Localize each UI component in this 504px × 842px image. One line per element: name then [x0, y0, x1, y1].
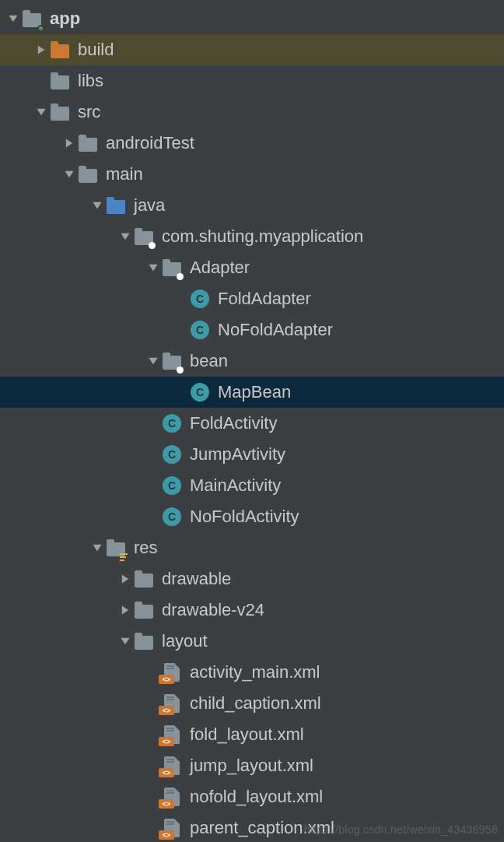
tree-row-layout[interactable]: layout	[0, 626, 504, 657]
tree-row-nofoldactivity[interactable]: CNoFoldActivity	[0, 501, 504, 532]
tree-label: FoldAdapter	[218, 289, 311, 309]
package-folder-icon	[162, 351, 182, 371]
folder-icon	[134, 631, 154, 651]
folder-icon	[134, 569, 154, 589]
tree-row-adapter[interactable]: Adapter	[0, 252, 504, 283]
folder-blue-icon	[106, 195, 126, 216]
chevron-down-icon[interactable]	[33, 107, 50, 118]
folder-icon	[134, 600, 154, 620]
tree-label: activity_main.xml	[190, 662, 320, 682]
tree-row-drawable[interactable]: drawable	[0, 563, 504, 595]
folder-icon	[78, 133, 98, 153]
resources-folder-icon	[106, 538, 126, 558]
tree-row-activity_main[interactable]: <>activity_main.xml	[0, 657, 504, 688]
chevron-down-icon[interactable]	[145, 262, 162, 273]
xml-file-icon: <>	[162, 724, 182, 745]
tree-label: drawable-v24	[162, 600, 264, 620]
tree-label: JumpAvtivity	[190, 444, 285, 465]
xml-file-icon: <>	[162, 787, 182, 807]
folder-orange-icon	[50, 40, 70, 60]
tree-label: src	[78, 102, 100, 122]
tree-row-java[interactable]: java	[0, 190, 504, 221]
tree-label: MainActivity	[190, 475, 281, 496]
tree-label: layout	[162, 631, 208, 651]
chevron-right-icon[interactable]	[117, 605, 134, 616]
tree-label: child_caption.xml	[190, 693, 321, 714]
folder-icon	[50, 102, 70, 122]
tree-label: Adapter	[190, 258, 250, 278]
tree-label: libs	[78, 71, 103, 91]
tree-label: java	[134, 195, 165, 216]
tree-label: FoldActivity	[190, 413, 277, 433]
watermark-text: https://blog.csdn.net/weixin_43436958	[304, 823, 498, 836]
tree-row-drawablev24[interactable]: drawable-v24	[0, 595, 504, 626]
chevron-down-icon[interactable]	[117, 636, 134, 647]
tree-row-androidTest[interactable]: androidTest	[0, 128, 504, 159]
tree-label: nofold_layout.xml	[190, 787, 323, 807]
tree-row-fold_layout[interactable]: <>fold_layout.xml	[0, 719, 504, 750]
tree-label: build	[78, 40, 114, 60]
tree-row-foldactivity[interactable]: CFoldActivity	[0, 408, 504, 439]
tree-label: jump_layout.xml	[190, 756, 313, 776]
java-class-icon: C	[162, 413, 182, 433]
chevron-down-icon[interactable]	[117, 231, 134, 242]
java-class-icon: C	[162, 444, 182, 465]
project-tree[interactable]: app buildlibs src androidTest main java …	[0, 0, 504, 842]
tree-label: bean	[190, 351, 228, 371]
chevron-down-icon[interactable]	[5, 13, 22, 24]
chevron-right-icon[interactable]	[33, 44, 50, 55]
xml-file-icon: <>	[162, 756, 182, 776]
tree-label: app	[50, 9, 80, 29]
tree-row-app[interactable]: app	[0, 3, 504, 34]
tree-row-bean[interactable]: bean	[0, 346, 504, 377]
java-class-icon: C	[190, 382, 210, 402]
java-class-icon: C	[190, 320, 210, 340]
tree-row-foldadapter[interactable]: CFoldAdapter	[0, 283, 504, 314]
package-folder-icon	[162, 258, 182, 278]
java-class-icon: C	[190, 289, 210, 309]
folder-icon	[78, 164, 98, 184]
module-folder-icon	[22, 9, 42, 29]
tree-label: NoFoldAdapter	[218, 320, 333, 340]
chevron-down-icon[interactable]	[61, 169, 78, 180]
chevron-down-icon[interactable]	[89, 542, 106, 553]
chevron-down-icon[interactable]	[89, 200, 106, 211]
tree-row-libs[interactable]: libs	[0, 65, 504, 96]
tree-label: NoFoldActivity	[190, 507, 299, 527]
tree-row-mainactivity[interactable]: CMainActivity	[0, 470, 504, 501]
tree-row-main[interactable]: main	[0, 159, 504, 190]
tree-row-nofoldadapter[interactable]: CNoFoldAdapter	[0, 314, 504, 346]
xml-file-icon: <>	[162, 662, 182, 682]
tree-label: androidTest	[106, 133, 194, 153]
java-class-icon: C	[162, 475, 182, 496]
tree-row-src[interactable]: src	[0, 96, 504, 128]
package-folder-icon	[134, 226, 154, 247]
tree-label: com.shuting.myapplication	[162, 226, 363, 247]
tree-label: fold_layout.xml	[190, 724, 304, 745]
tree-row-mapbean[interactable]: CMapBean	[0, 377, 504, 408]
xml-file-icon: <>	[162, 693, 182, 714]
tree-row-res[interactable]: res	[0, 532, 504, 563]
tree-row-jump_layout[interactable]: <>jump_layout.xml	[0, 750, 504, 781]
java-class-icon: C	[162, 507, 182, 527]
tree-label: res	[134, 538, 158, 558]
xml-file-icon: <>	[162, 818, 182, 838]
tree-label: MapBean	[218, 382, 291, 402]
tree-row-jumpavtivity[interactable]: CJumpAvtivity	[0, 439, 504, 470]
chevron-right-icon[interactable]	[61, 138, 78, 149]
tree-row-child_caption[interactable]: <>child_caption.xml	[0, 688, 504, 719]
chevron-down-icon[interactable]	[145, 356, 162, 367]
tree-row-build[interactable]: build	[0, 34, 504, 65]
chevron-right-icon[interactable]	[117, 574, 134, 584]
tree-label: main	[106, 164, 143, 184]
tree-label: drawable	[162, 569, 231, 589]
tree-row-pkg[interactable]: com.shuting.myapplication	[0, 221, 504, 252]
tree-row-nofold_layout[interactable]: <>nofold_layout.xml	[0, 781, 504, 812]
folder-icon	[50, 71, 70, 91]
